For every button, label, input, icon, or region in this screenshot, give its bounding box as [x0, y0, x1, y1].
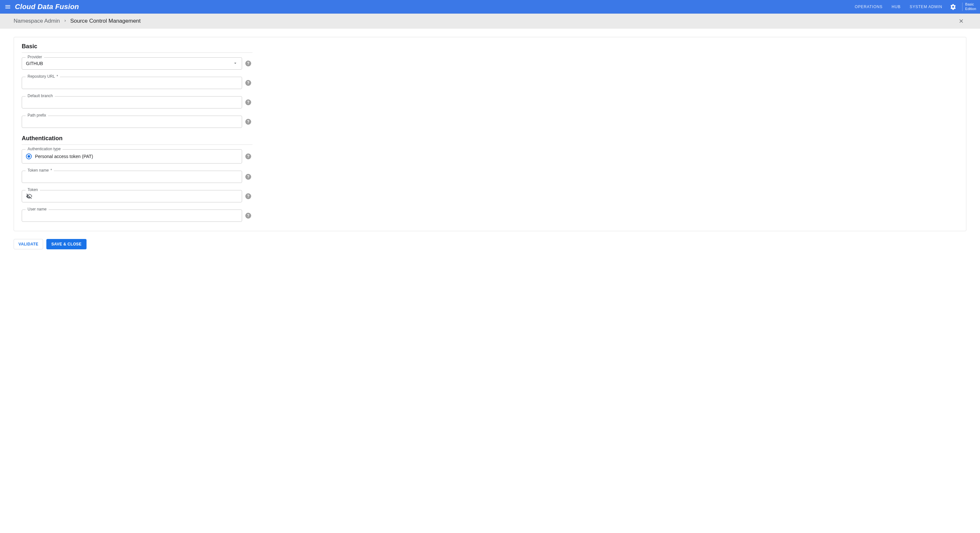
help-icon[interactable]: ? [245, 80, 251, 86]
token-name-input-wrap [22, 171, 242, 183]
auth-type-group: Personal access token (PAT) [22, 149, 242, 163]
chevron-right-icon [63, 19, 67, 24]
token-input-wrap [22, 190, 242, 202]
top-app-bar: Cloud Data Fusion OPERATIONS HUB SYSTEM … [0, 0, 980, 14]
radio-option-pat[interactable]: Personal access token (PAT) [26, 154, 93, 159]
edition-line1: Basic [965, 2, 976, 6]
help-icon[interactable]: ? [245, 174, 251, 180]
field-path-prefix: Path prefix [22, 116, 242, 128]
row-path-prefix: Path prefix ? [22, 116, 958, 128]
repo-url-input[interactable] [26, 80, 238, 86]
row-default-branch: Default branch ? [22, 96, 958, 108]
help-icon[interactable]: ? [245, 99, 251, 105]
provider-select[interactable]: GITHUB [22, 57, 242, 70]
label-default-branch: Default branch [25, 94, 55, 98]
edition-label: Basic Edition [965, 2, 976, 11]
label-auth-type: Authentication type [25, 147, 62, 151]
help-icon[interactable]: ? [245, 154, 251, 159]
section-title-basic: Basic [22, 43, 958, 50]
row-user-name: User name ? [22, 209, 958, 222]
nav-system-admin[interactable]: SYSTEM ADMIN [910, 5, 942, 9]
row-provider: Provider GITHUB ? [22, 57, 958, 70]
label-repo-url: Repository URL * [25, 74, 60, 79]
menu-icon[interactable] [3, 2, 13, 12]
token-name-input[interactable] [26, 174, 238, 179]
label-token: Token [25, 187, 40, 192]
breadcrumb-current: Source Control Management [70, 18, 141, 24]
path-prefix-input-wrap [22, 116, 242, 128]
label-provider: Provider [25, 55, 44, 59]
default-branch-input[interactable] [26, 100, 238, 105]
form-actions: VALIDATE SAVE & CLOSE [14, 239, 966, 249]
field-default-branch: Default branch [22, 96, 242, 108]
row-token-name: Token name * ? [22, 171, 958, 183]
close-icon[interactable] [956, 16, 966, 26]
provider-value: GITHUB [26, 61, 233, 66]
nav-operations[interactable]: OPERATIONS [855, 5, 883, 9]
row-token: Token ? [22, 190, 958, 202]
help-icon[interactable]: ? [245, 194, 251, 199]
section-divider [22, 144, 253, 145]
section-title-auth: Authentication [22, 135, 958, 142]
label-path-prefix: Path prefix [25, 113, 48, 117]
edition-line2: Edition [965, 7, 976, 11]
field-provider: Provider GITHUB [22, 57, 242, 70]
topbar-divider [962, 3, 963, 11]
breadcrumb: Namespace Admin Source Control Managemen… [0, 14, 980, 29]
help-icon[interactable]: ? [245, 213, 251, 219]
field-repo-url: Repository URL * [22, 77, 242, 89]
chevron-down-icon [233, 60, 238, 67]
label-user-name: User name [25, 207, 49, 211]
breadcrumb-parent[interactable]: Namespace Admin [14, 18, 60, 24]
app-title: Cloud Data Fusion [15, 3, 79, 11]
page-content: Basic Provider GITHUB ? Repository URL * [0, 29, 980, 258]
section-divider [22, 52, 253, 53]
field-auth-type: Authentication type Personal access toke… [22, 149, 242, 163]
help-icon[interactable]: ? [245, 60, 251, 67]
path-prefix-input[interactable] [26, 119, 238, 124]
radio-icon [26, 154, 32, 159]
visibility-off-icon[interactable] [26, 193, 32, 200]
validate-button[interactable]: VALIDATE [14, 239, 43, 249]
radio-label-pat: Personal access token (PAT) [35, 154, 93, 159]
token-input[interactable] [34, 194, 238, 199]
save-close-button[interactable]: SAVE & CLOSE [46, 239, 86, 249]
help-icon[interactable]: ? [245, 119, 251, 125]
form-panel: Basic Provider GITHUB ? Repository URL * [14, 37, 966, 231]
user-name-input[interactable] [26, 213, 238, 218]
label-token-name: Token name * [25, 168, 54, 173]
nav-hub[interactable]: HUB [891, 5, 900, 9]
user-name-input-wrap [22, 209, 242, 222]
field-token-name: Token name * [22, 171, 242, 183]
field-user-name: User name [22, 209, 242, 222]
field-token: Token [22, 190, 242, 202]
row-repo-url: Repository URL * ? [22, 77, 958, 89]
settings-icon[interactable] [948, 2, 958, 12]
row-auth-type: Authentication type Personal access toke… [22, 149, 958, 163]
